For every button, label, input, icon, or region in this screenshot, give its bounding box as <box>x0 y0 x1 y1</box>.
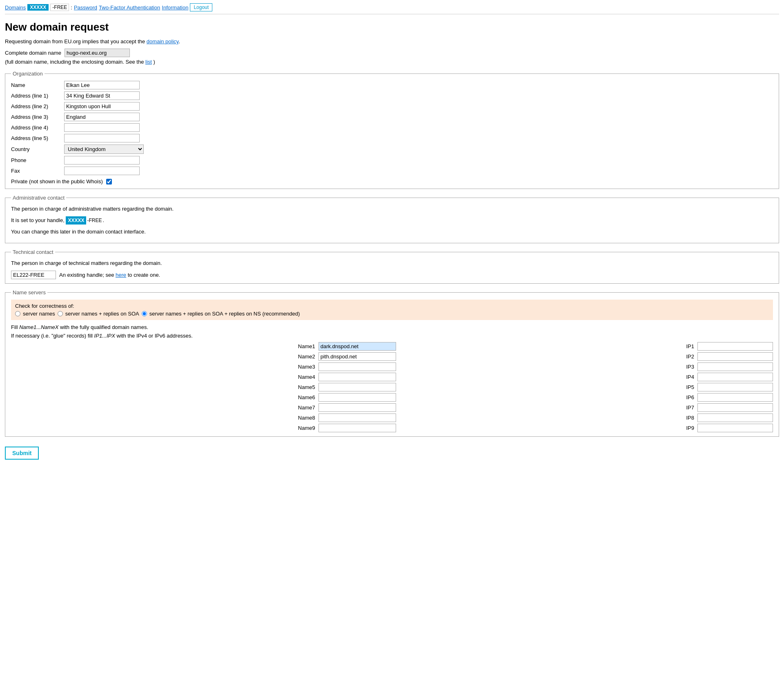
nav-separator: : <box>71 4 72 11</box>
ns-note1: Fill Name1...NameX with the fully qualif… <box>11 324 773 330</box>
ns-name-input-4[interactable] <box>318 373 396 381</box>
logout-button[interactable]: Logout <box>190 3 212 11</box>
admin-handle-badge: XXXXX <box>66 216 86 225</box>
ns-ip-input-5[interactable] <box>697 383 773 391</box>
ns-ip-label-3: IP3 <box>399 364 694 370</box>
list-link[interactable]: list <box>145 59 152 65</box>
addr2-label: Address (line 2) <box>11 103 64 109</box>
ns-ip-input-3[interactable] <box>697 362 773 371</box>
ns-grid: Name1IP1Name2IP2Name3IP3Name4IP4Name5IP5… <box>11 342 773 432</box>
ns-name-label-7: Name7 <box>11 405 315 411</box>
domain-name-row: Complete domain name <box>5 49 779 57</box>
ns-ip-input-6[interactable] <box>697 393 773 402</box>
ns-ip-label-2: IP2 <box>399 353 694 360</box>
ns-name-label-9: Name9 <box>11 425 315 431</box>
ns-name-label-1: Name1 <box>11 343 315 349</box>
tech-input-row: An existing handle; see here to create o… <box>11 271 773 279</box>
ns-name-input-7[interactable] <box>318 403 396 412</box>
ns-ip-input-9[interactable] <box>697 424 773 432</box>
tech-text2: An existing handle; see here to create o… <box>59 272 160 278</box>
ns-ip-label-5: IP5 <box>399 384 694 390</box>
ns-ip-input-1[interactable] <box>697 342 773 351</box>
private-label: Private (not shown in the public Whois) <box>11 178 103 185</box>
ns-name-input-1[interactable] <box>318 342 396 351</box>
complete-domain-label: Complete domain name <box>5 50 61 56</box>
ns-name-input-5[interactable] <box>318 383 396 391</box>
ns-name-label-2: Name2 <box>11 353 315 360</box>
radio-server-soa[interactable] <box>58 311 63 316</box>
fax-row: Fax <box>11 167 773 175</box>
ns-ip-input-4[interactable] <box>697 373 773 381</box>
addr5-row: Address (line 5) <box>11 134 773 142</box>
ns-name-input-6[interactable] <box>318 393 396 402</box>
ns-name-label-8: Name8 <box>11 415 315 421</box>
addr4-label: Address (line 4) <box>11 124 64 131</box>
ns-ip-label-6: IP6 <box>399 394 694 400</box>
ns-name-label-4: Name4 <box>11 374 315 380</box>
addr3-label: Address (line 3) <box>11 114 64 120</box>
complete-domain-input[interactable] <box>65 49 130 57</box>
phone-label: Phone <box>11 157 64 163</box>
tech-contact-section: Technical contact The person in charge o… <box>5 249 779 284</box>
radio-group: server names server names + replies on S… <box>15 311 769 317</box>
phone-input[interactable] <box>64 156 140 164</box>
domain-policy-link[interactable]: domain policy <box>147 38 179 44</box>
name-row: Name <box>11 81 773 89</box>
country-select[interactable]: AfghanistanAlbaniaAlgeriaAndorraAngolaAr… <box>64 144 144 154</box>
fax-input[interactable] <box>64 167 140 175</box>
ns-name-input-9[interactable] <box>318 424 396 432</box>
top-navigation: Domains XXXXX-FREE : Password Two-Factor… <box>5 3 779 14</box>
tech-contact-legend: Technical contact <box>11 249 55 255</box>
information-link[interactable]: Information <box>162 4 188 11</box>
fax-label: Fax <box>11 168 64 174</box>
addr4-input[interactable] <box>64 123 140 132</box>
name-servers-section: Name servers Check for correctness of: s… <box>5 289 779 437</box>
ns-name-label-3: Name3 <box>11 364 315 370</box>
addr2-input[interactable] <box>64 102 140 111</box>
free-badge: -FREE <box>50 4 69 11</box>
name-input[interactable] <box>64 81 140 89</box>
ns-name-input-3[interactable] <box>318 362 396 371</box>
addr1-input[interactable] <box>64 91 140 100</box>
user-handle-badge: XXXXX <box>27 4 49 11</box>
ns-ip-input-7[interactable] <box>697 403 773 412</box>
organization-legend: Organization <box>11 71 45 77</box>
check-label: Check for correctness of: <box>15 303 769 309</box>
password-link[interactable]: Password <box>74 4 97 11</box>
two-factor-link[interactable]: Two-Factor Authentication <box>99 4 160 11</box>
phone-row: Phone <box>11 156 773 164</box>
ns-name-input-8[interactable] <box>318 413 396 422</box>
domains-link[interactable]: Domains <box>5 4 26 11</box>
radio3-label: server names + replies on SOA + replies … <box>149 311 300 317</box>
country-row: Country AfghanistanAlbaniaAlgeriaAndorra… <box>11 144 773 154</box>
addr3-input[interactable] <box>64 113 140 121</box>
name-servers-legend: Name servers <box>11 289 47 296</box>
ns-ip-input-2[interactable] <box>697 352 773 361</box>
ns-ip-label-4: IP4 <box>399 374 694 380</box>
tech-text1: The person in charge of technical matter… <box>11 259 773 267</box>
check-correctness-box: Check for correctness of: server names s… <box>11 300 773 320</box>
addr2-row: Address (line 2) <box>11 102 773 111</box>
ns-name-label-5: Name5 <box>11 384 315 390</box>
full-domain-note: (full domain name, including the enclosi… <box>5 59 779 65</box>
radio-server-soa-ns[interactable] <box>142 311 147 316</box>
admin-contact-legend: Administrative contact <box>11 195 66 201</box>
admin-text1: The person in charge of administrative m… <box>11 205 773 213</box>
submit-button[interactable]: Submit <box>5 447 39 460</box>
ns-note2: If necessary (i.e. "glue" records) fill … <box>11 333 773 339</box>
radio2-label: server names + replies on SOA <box>65 311 139 317</box>
page-title: New domain request <box>5 21 779 33</box>
private-checkbox[interactable] <box>106 179 112 185</box>
ns-name-label-6: Name6 <box>11 394 315 400</box>
ns-ip-label-7: IP7 <box>399 405 694 411</box>
ns-name-input-2[interactable] <box>318 352 396 361</box>
ns-ip-input-8[interactable] <box>697 413 773 422</box>
addr5-input[interactable] <box>64 134 140 142</box>
admin-contact-section: Administrative contact The person in cha… <box>5 195 779 243</box>
addr3-row: Address (line 3) <box>11 113 773 121</box>
here-link[interactable]: here <box>116 272 126 278</box>
organization-section: Organization Name Address (line 1) Addre… <box>5 71 779 189</box>
radio-server-names[interactable] <box>15 311 20 316</box>
addr4-row: Address (line 4) <box>11 123 773 132</box>
tech-handle-input[interactable] <box>11 271 56 279</box>
